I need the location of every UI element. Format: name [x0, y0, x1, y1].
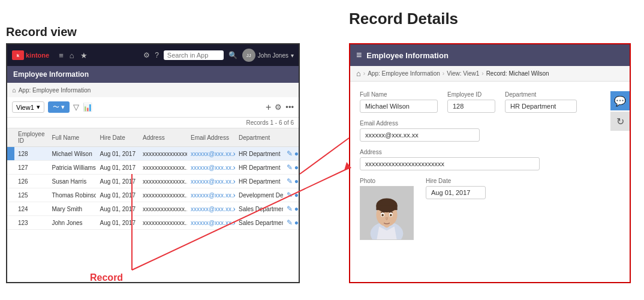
cell-department: HR Department	[235, 175, 283, 188]
breadcrumb-home-icon[interactable]: ⌂	[356, 69, 361, 78]
edit-icon[interactable]: ✎	[287, 177, 293, 185]
chat-button[interactable]: 💬	[610, 91, 630, 110]
edit-icon[interactable]: ✎	[287, 163, 293, 172]
kintone-logo-icon: k	[12, 50, 24, 60]
email-value: xxxxxx@xxx.xx.xx	[360, 128, 480, 142]
records-count: Records 1 - 6 of 6	[7, 118, 299, 128]
settings-icon[interactable]: ⚙	[143, 51, 150, 59]
photo-label: Photo	[360, 178, 414, 184]
edit-icon[interactable]: ✎	[287, 205, 293, 213]
breadcrumb-record: Record: Michael Wilson	[486, 70, 549, 77]
cell-actions[interactable]: ✎ ●	[283, 147, 300, 161]
detail-icon[interactable]: ●	[294, 205, 299, 213]
person-photo	[360, 186, 413, 240]
add-record-button[interactable]: +	[266, 102, 271, 113]
col-hire-date: Hire Date	[96, 128, 139, 147]
email-group: Email Address xxxxxx@xxx.xx.xx	[360, 120, 480, 142]
record-label: Record	[90, 272, 123, 283]
cell-actions[interactable]: ✎ ●	[283, 175, 300, 188]
chart-icon[interactable]: 📊	[83, 103, 92, 112]
breadcrumb-sep-3: ›	[482, 70, 483, 77]
record-view-panel: k kintone ≡ ⌂ ★ ⚙ ? 🔍 JJ John Jones ▾ Em…	[6, 43, 300, 283]
view-selector[interactable]: View1 ▾	[12, 101, 44, 113]
search-icon[interactable]: 🔍	[228, 51, 237, 59]
sub-nav-home-icon[interactable]: ⌂	[12, 86, 16, 94]
cell-actions[interactable]: ✎ ●	[283, 161, 300, 175]
table-row: 124 Mary Smith Aug 01, 2017 xxxxxxxxxxxx…	[7, 202, 300, 216]
cell-actions[interactable]: ✎ ●	[283, 188, 300, 202]
cell-employee-id: 126	[14, 175, 48, 188]
cell-actions[interactable]: ✎ ●	[283, 216, 300, 230]
edit-icon[interactable]: ✎	[287, 149, 293, 158]
sub-nav-app[interactable]: App: Employee Information	[19, 87, 91, 94]
table-row: 127 Patricia Williams Aug 01, 2017 xxxxx…	[7, 161, 300, 175]
user-chevron-icon: ▾	[291, 52, 294, 59]
star-icon[interactable]: ★	[80, 51, 88, 60]
cell-email: xxxxxx@xxx.xx.xx	[187, 202, 235, 216]
table-row: 123 John Jones Aug 01, 2017 xxxxxxxxxxxx…	[7, 216, 300, 230]
cell-address: xxxxxxxxxxxxxx...	[139, 202, 187, 216]
record-details-title: Record Details	[349, 10, 458, 28]
cell-email: xxxxxx@xxx.xx.xx	[187, 188, 235, 202]
table-row: 125 Thomas Robinson Aug 01, 2017 xxxxxxx…	[7, 188, 300, 202]
cell-employee-id: 125	[14, 188, 48, 202]
fields-row-1: Full Name Michael Wilson Employee ID 128…	[360, 91, 620, 113]
cell-employee-id: 127	[14, 161, 48, 175]
app-titlebar: Employee Information	[7, 66, 299, 83]
more-options-icon[interactable]: •••	[285, 103, 294, 112]
svg-point-8	[381, 214, 384, 216]
edit-icon[interactable]: ✎	[287, 191, 293, 199]
department-label: Department	[505, 91, 577, 98]
detail-breadcrumb: ⌂ › App: Employee Information › View: Vi…	[350, 66, 630, 82]
full-name-label: Full Name	[360, 91, 438, 98]
row-flag	[7, 161, 14, 175]
fields-row-2: Email Address xxxxxx@xxx.xx.xx	[360, 120, 620, 142]
home-topbar-icon[interactable]: ⌂	[70, 51, 74, 60]
edit-icon[interactable]: ✎	[287, 218, 293, 227]
refresh-button[interactable]: ↻	[610, 112, 630, 131]
search-input[interactable]	[164, 50, 224, 60]
user-name: John Jones	[258, 52, 288, 59]
filter-icon[interactable]: ▽	[73, 103, 79, 112]
breadcrumb-view[interactable]: View: View1	[447, 70, 479, 77]
detail-icon[interactable]: ●	[294, 163, 299, 172]
menu-icon[interactable]: ≡	[59, 51, 64, 60]
cell-department: Sales Department	[235, 202, 283, 216]
user-menu[interactable]: JJ John Jones ▾	[242, 49, 294, 62]
cell-full-name: Thomas Robinson	[48, 188, 96, 202]
cell-department: Sales Department	[235, 216, 283, 230]
hiredate-section: Hire Date Aug 01, 2017	[426, 178, 486, 199]
toolbar-settings-icon[interactable]: ⚙	[275, 103, 282, 112]
cell-email: xxxxxx@xxx.xx.xx	[187, 216, 235, 230]
table-row: 126 Susan Harris Aug 01, 2017 xxxxxxxxxx…	[7, 175, 300, 188]
help-icon[interactable]: ?	[155, 51, 159, 59]
cell-department: HR Department	[235, 161, 283, 175]
detail-icon[interactable]: ●	[294, 191, 299, 199]
breadcrumb-sep-1: ›	[363, 70, 365, 77]
detail-app-title: Employee Information	[366, 51, 449, 60]
detail-header: ≡ Employee Information	[350, 44, 630, 66]
graph-button[interactable]: 〜 ▾	[48, 101, 70, 113]
cell-address: xxxxxxxxxxxxxx...	[139, 175, 187, 188]
records-table: Employee ID Full Name Hire Date Address …	[7, 128, 300, 230]
cell-actions[interactable]: ✎ ●	[283, 202, 300, 216]
detail-header-menu-icon: ≡	[356, 50, 362, 61]
detail-icon[interactable]: ●	[294, 218, 299, 227]
svg-line-13	[300, 138, 349, 174]
record-details-panel: ≡ Employee Information ⌂ › App: Employee…	[349, 43, 631, 283]
breadcrumb-app[interactable]: App: Employee Information	[368, 70, 440, 77]
table-row: 128 Michael Wilson Aug 01, 2017 xxxxxxxx…	[7, 147, 300, 161]
hire-date-label: Hire Date	[426, 178, 486, 184]
detail-icon[interactable]: ●	[294, 149, 299, 158]
graph-icon: 〜	[53, 103, 59, 112]
fields-row-3: Address xxxxxxxxxxxxxxxxxxxxxxxx	[360, 149, 620, 170]
avatar: JJ	[242, 49, 255, 62]
cell-email: xxxxxx@xxx.xx.xx	[187, 175, 235, 188]
department-group: Department HR Department	[505, 91, 577, 113]
cell-department: HR Department	[235, 147, 283, 161]
cell-address: xxxxxxxxxxxxxx...	[139, 161, 187, 175]
cell-employee-id: 128	[14, 147, 48, 161]
cell-email: xxxxxx@xxx.xx.xx	[187, 147, 235, 161]
detail-icon[interactable]: ●	[294, 177, 299, 185]
row-flag	[7, 175, 14, 188]
